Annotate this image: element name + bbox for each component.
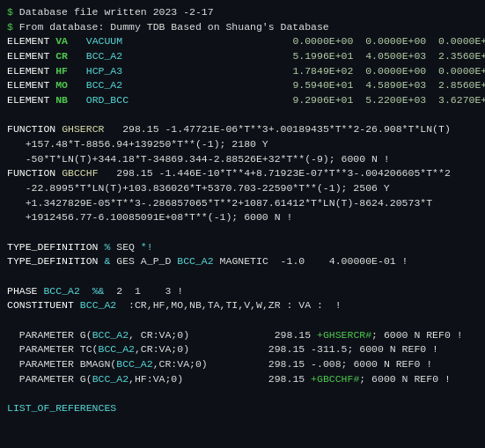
line-blank-5 xyxy=(7,386,478,401)
line-12: FUNCTION GBCCHF 298.15 -1.446E-10*T**4+8… xyxy=(7,166,478,181)
line-6: ELEMENT MO BCC_A2 9.5940E+01 4.5890E+03 … xyxy=(7,78,478,93)
line-blank-4 xyxy=(7,313,478,328)
line-21: CONSTITUENT BCC_A2 :CR,HF,MO,NB,TA,TI,V,… xyxy=(7,298,478,313)
line-1: $ Database file written 2023 -2-17 xyxy=(7,5,478,20)
line-9: FUNCTION GHSERCR 298.15 -1.47721E-06*T**… xyxy=(7,122,478,137)
line-blank-2 xyxy=(7,225,478,240)
line-20: PHASE BCC_A2 %& 2 1 3 ! xyxy=(7,284,478,299)
line-23: PARAMETER G(BCC_A2, CR:VA;0) 298.15 +GHS… xyxy=(7,328,478,343)
line-10: +157.48*T-8856.94+139250*T**(-1); 2180 Y xyxy=(7,137,478,152)
line-11: -50*T*LN(T)+344.18*T-34869.344-2.88526E+… xyxy=(7,152,478,167)
line-28: LIST_OF_REFERENCES xyxy=(7,401,478,416)
line-5: ELEMENT HF HCP_A3 1.7849E+02 0.0000E+00 … xyxy=(7,64,478,79)
line-24: PARAMETER TC(BCC_A2,CR:VA;0) 298.15 -311… xyxy=(7,342,478,357)
line-2: $ From database: Dummy TDB Based on Shua… xyxy=(7,20,478,35)
line-4: ELEMENT CR BCC_A2 5.1996E+01 4.0500E+03 … xyxy=(7,49,478,64)
line-13: -22.8995*T*LN(T)+103.836026*T+5370.703-2… xyxy=(7,181,478,196)
line-blank-1 xyxy=(7,108,478,123)
terminal: $ Database file written 2023 -2-17 $ Fro… xyxy=(0,0,485,448)
line-26: PARAMETER G(BCC_A2,HF:VA;0) 298.15 +GBCC… xyxy=(7,372,478,387)
line-3: ELEMENT VA VACUUM 0.0000E+00 0.0000E+00 … xyxy=(7,34,478,49)
line-25: PARAMETER BMAGN(BCC_A2,CR:VA;0) 298.15 -… xyxy=(7,357,478,372)
line-18: TYPE_DEFINITION & GES A_P_D BCC_A2 MAGNE… xyxy=(7,254,478,269)
line-14: +1.3427829E-05*T**3-.286857065*T**2+1087… xyxy=(7,196,478,211)
line-blank-3 xyxy=(7,269,478,284)
line-17: TYPE_DEFINITION % SEQ *! xyxy=(7,240,478,255)
line-15: +1912456.77-6.10085091E+08*T**(-1); 6000… xyxy=(7,210,478,225)
line-7: ELEMENT NB ORD_BCC 9.2906E+01 5.2200E+03… xyxy=(7,93,478,108)
